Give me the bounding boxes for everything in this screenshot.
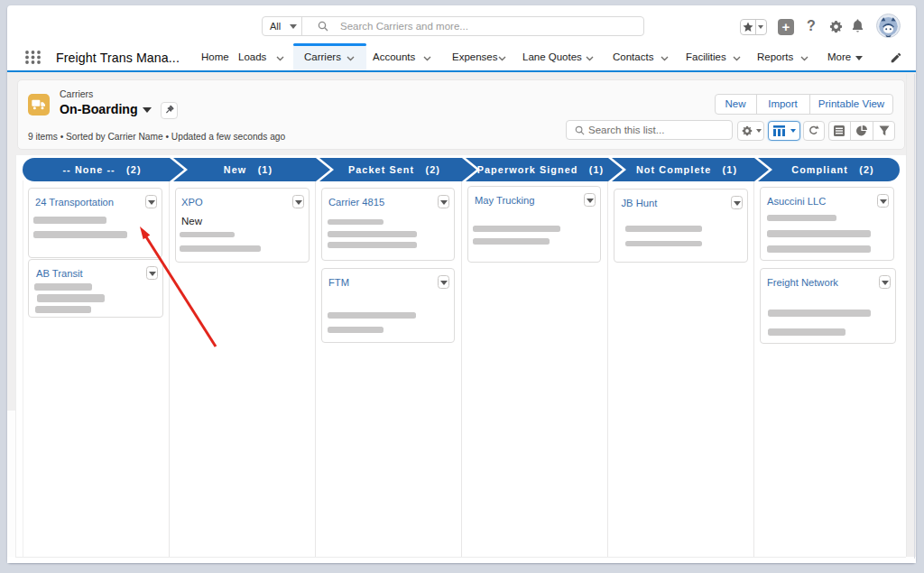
svg-text:Packet Sent (2): Packet Sent (2) <box>348 164 440 175</box>
svg-text:Compliant (2): Compliant (2) <box>791 164 873 175</box>
svg-text:Paperwork Signed (1): Paperwork Signed (1) <box>477 164 605 175</box>
svg-text:New (1): New (1) <box>224 164 273 175</box>
svg-text:-- None -- (2): -- None -- (2) <box>62 164 141 175</box>
svg-text:Not Complete (1): Not Complete (1) <box>636 164 737 175</box>
